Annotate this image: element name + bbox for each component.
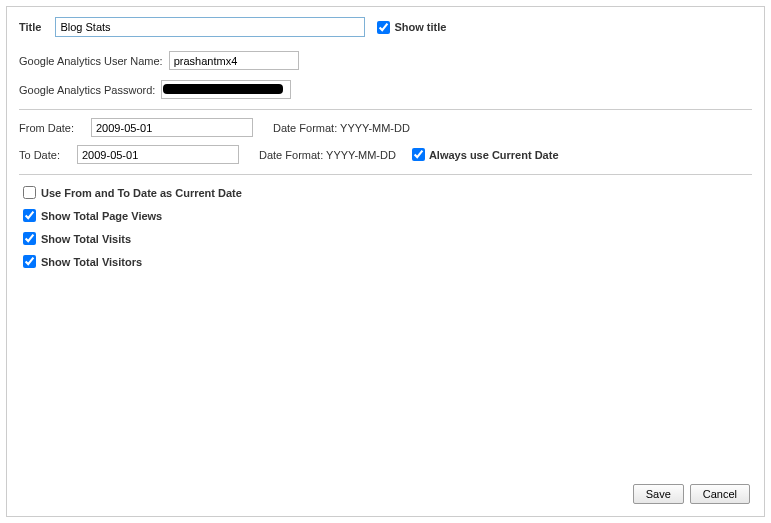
settings-panel: Title Show title Google Analytics User N… <box>6 6 765 517</box>
use-from-to-label: Use From and To Date as Current Date <box>41 187 242 199</box>
option-use-from-to: Use From and To Date as Current Date <box>19 183 752 202</box>
from-date-input[interactable] <box>91 118 253 137</box>
show-title-checkbox[interactable] <box>377 21 390 34</box>
divider-2 <box>19 174 752 175</box>
divider-1 <box>19 109 752 110</box>
visits-label: Show Total Visits <box>41 233 131 245</box>
to-date-label: To Date: <box>19 149 77 161</box>
option-page-views: Show Total Page Views <box>19 206 752 225</box>
page-views-checkbox[interactable] <box>23 209 36 222</box>
from-date-format-label: Date Format: YYYY-MM-DD <box>273 122 410 134</box>
cancel-button[interactable]: Cancel <box>690 484 750 504</box>
options-group: Use From and To Date as Current Date Sho… <box>19 183 752 271</box>
to-date-format-label: Date Format: YYYY-MM-DD <box>259 149 396 161</box>
ga-password-row: Google Analytics Password: <box>19 80 752 99</box>
title-input[interactable] <box>55 17 365 37</box>
to-date-row: To Date: Date Format: YYYY-MM-DD Always … <box>19 145 752 164</box>
title-row: Title Show title <box>19 17 752 37</box>
redacted-password-overlay <box>163 84 283 94</box>
always-current-wrap: Always use Current Date <box>408 145 559 164</box>
ga-username-input[interactable] <box>169 51 299 70</box>
ga-password-label: Google Analytics Password: <box>19 84 155 96</box>
visitors-label: Show Total Visitors <box>41 256 142 268</box>
from-date-label: From Date: <box>19 122 91 134</box>
visitors-checkbox[interactable] <box>23 255 36 268</box>
to-date-input[interactable] <box>77 145 239 164</box>
show-title-wrap: Show title <box>373 18 446 37</box>
show-title-label: Show title <box>394 21 446 33</box>
page-views-label: Show Total Page Views <box>41 210 162 222</box>
option-visitors: Show Total Visitors <box>19 252 752 271</box>
visits-checkbox[interactable] <box>23 232 36 245</box>
option-visits: Show Total Visits <box>19 229 752 248</box>
ga-username-label: Google Analytics User Name: <box>19 55 163 67</box>
title-label: Title <box>19 21 41 33</box>
button-bar: Save Cancel <box>633 484 750 504</box>
always-current-label: Always use Current Date <box>429 149 559 161</box>
use-from-to-checkbox[interactable] <box>23 186 36 199</box>
ga-username-row: Google Analytics User Name: <box>19 51 752 70</box>
save-button[interactable]: Save <box>633 484 684 504</box>
always-current-checkbox[interactable] <box>412 148 425 161</box>
from-date-row: From Date: Date Format: YYYY-MM-DD <box>19 118 752 137</box>
